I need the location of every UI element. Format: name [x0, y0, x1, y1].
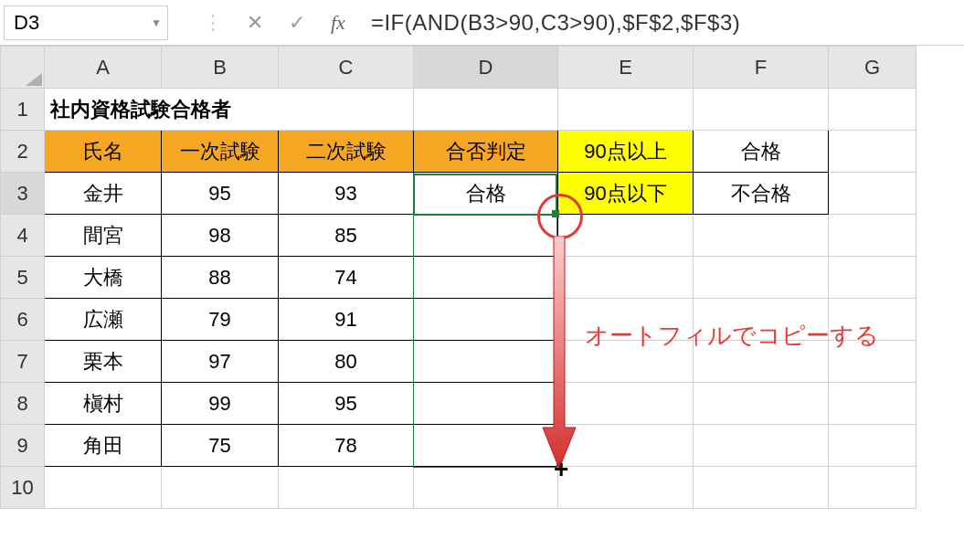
- cell-D1[interactable]: [414, 89, 558, 131]
- cell-A3[interactable]: 金井: [45, 173, 162, 215]
- row-3: 3 金井 95 93 合格 90点以下 不合格: [1, 173, 916, 215]
- row-5: 5 大橋 88 74: [1, 257, 916, 299]
- col-header-G[interactable]: G: [829, 47, 916, 89]
- cell-E8[interactable]: [558, 383, 694, 425]
- row-header-7[interactable]: 7: [1, 341, 45, 383]
- cell-G7[interactable]: [829, 341, 916, 383]
- cell-D7[interactable]: [414, 341, 558, 383]
- spreadsheet-grid: A B C D E F G 1 社内資格試験合格者 2 氏名 一次試験 二次試験…: [0, 46, 964, 509]
- cell-A10[interactable]: [45, 467, 162, 509]
- cell-B10[interactable]: [162, 467, 279, 509]
- row-header-2[interactable]: 2: [1, 131, 45, 173]
- cell-B3[interactable]: 95: [162, 173, 279, 215]
- cancel-icon[interactable]: ✕: [247, 11, 263, 35]
- cell-B4[interactable]: 98: [162, 215, 279, 257]
- legend-fail[interactable]: 不合格: [694, 173, 829, 215]
- select-all-corner[interactable]: [1, 47, 45, 89]
- cell-D3[interactable]: 合格: [414, 173, 558, 215]
- grid-table[interactable]: A B C D E F G 1 社内資格試験合格者 2 氏名 一次試験 二次試験…: [0, 46, 916, 509]
- cell-C6[interactable]: 91: [279, 299, 414, 341]
- cell-C10[interactable]: [279, 467, 414, 509]
- cell-A8[interactable]: 槇村: [45, 383, 162, 425]
- fx-label[interactable]: fx: [331, 11, 345, 35]
- cell-D10[interactable]: [414, 467, 558, 509]
- cell-B8[interactable]: 99: [162, 383, 279, 425]
- cell-G6[interactable]: [829, 299, 916, 341]
- formula-input[interactable]: =IF(AND(B3>90,C3>90),$F$2,$F$3): [371, 10, 740, 36]
- cell-F7[interactable]: [694, 341, 829, 383]
- cell-F10[interactable]: [694, 467, 829, 509]
- cell-C4[interactable]: 85: [279, 215, 414, 257]
- col-header-D[interactable]: D: [414, 47, 558, 89]
- row-header-3[interactable]: 3: [1, 173, 45, 215]
- cell-E6[interactable]: [558, 299, 694, 341]
- cell-D8[interactable]: [414, 383, 558, 425]
- hdr-result[interactable]: 合否判定: [414, 131, 558, 173]
- cell-B7[interactable]: 97: [162, 341, 279, 383]
- hdr-name[interactable]: 氏名: [45, 131, 162, 173]
- cell-D4[interactable]: [414, 215, 558, 257]
- row-header-5[interactable]: 5: [1, 257, 45, 299]
- cell-E7[interactable]: [558, 341, 694, 383]
- cell-C7[interactable]: 80: [279, 341, 414, 383]
- cell-G9[interactable]: [829, 425, 916, 467]
- confirm-icon[interactable]: ✓: [289, 11, 305, 35]
- cell-C9[interactable]: 78: [279, 425, 414, 467]
- col-header-F[interactable]: F: [694, 47, 829, 89]
- cell-E4[interactable]: [558, 215, 694, 257]
- row-header-8[interactable]: 8: [1, 383, 45, 425]
- row-header-1[interactable]: 1: [1, 89, 45, 131]
- hdr-exam2[interactable]: 二次試験: [279, 131, 414, 173]
- cell-G1[interactable]: [829, 89, 916, 131]
- cell-A9[interactable]: 角田: [45, 425, 162, 467]
- cell-G5[interactable]: [829, 257, 916, 299]
- cell-F8[interactable]: [694, 383, 829, 425]
- cell-C5[interactable]: 74: [279, 257, 414, 299]
- legend-pass[interactable]: 合格: [694, 131, 829, 173]
- cell-D6[interactable]: [414, 299, 558, 341]
- title-cell[interactable]: 社内資格試験合格者: [45, 89, 414, 131]
- col-header-C[interactable]: C: [279, 47, 414, 89]
- cell-F1[interactable]: [694, 89, 829, 131]
- cell-F9[interactable]: [694, 425, 829, 467]
- cell-E9[interactable]: [558, 425, 694, 467]
- cell-E1[interactable]: [558, 89, 694, 131]
- cell-F5[interactable]: [694, 257, 829, 299]
- col-header-E[interactable]: E: [558, 47, 694, 89]
- cell-A7[interactable]: 栗本: [45, 341, 162, 383]
- legend-above-label[interactable]: 90点以上: [558, 131, 694, 173]
- row-10: 10: [1, 467, 916, 509]
- legend-below-label[interactable]: 90点以下: [558, 173, 694, 215]
- cell-D9[interactable]: [414, 425, 558, 467]
- row-header-10[interactable]: 10: [1, 467, 45, 509]
- cell-B5[interactable]: 88: [162, 257, 279, 299]
- cell-G3[interactable]: [829, 173, 916, 215]
- row-header-9[interactable]: 9: [1, 425, 45, 467]
- expand-dots-icon[interactable]: ⋮: [203, 11, 221, 35]
- cell-D5[interactable]: [414, 257, 558, 299]
- cell-C8[interactable]: 95: [279, 383, 414, 425]
- col-header-A[interactable]: A: [45, 47, 162, 89]
- cell-B6[interactable]: 79: [162, 299, 279, 341]
- formula-bar: D3 ▼ ⋮ ✕ ✓ fx =IF(AND(B3>90,C3>90),$F$2,…: [0, 0, 964, 46]
- cell-G8[interactable]: [829, 383, 916, 425]
- cell-A4[interactable]: 間宮: [45, 215, 162, 257]
- cell-A5[interactable]: 大橋: [45, 257, 162, 299]
- cell-C3[interactable]: 93: [279, 173, 414, 215]
- cell-F6[interactable]: [694, 299, 829, 341]
- cell-A6[interactable]: 広瀬: [45, 299, 162, 341]
- hdr-exam1[interactable]: 一次試験: [162, 131, 279, 173]
- name-box[interactable]: D3 ▼: [4, 5, 168, 40]
- cell-B9[interactable]: 75: [162, 425, 279, 467]
- name-box-value: D3: [14, 11, 39, 35]
- col-header-B[interactable]: B: [162, 47, 279, 89]
- cell-F4[interactable]: [694, 215, 829, 257]
- cell-G10[interactable]: [829, 467, 916, 509]
- row-header-6[interactable]: 6: [1, 299, 45, 341]
- cell-G4[interactable]: [829, 215, 916, 257]
- cell-E5[interactable]: [558, 257, 694, 299]
- cell-E10[interactable]: [558, 467, 694, 509]
- row-header-4[interactable]: 4: [1, 215, 45, 257]
- name-box-dropdown-icon[interactable]: ▼: [151, 16, 162, 29]
- cell-G2[interactable]: [829, 131, 916, 173]
